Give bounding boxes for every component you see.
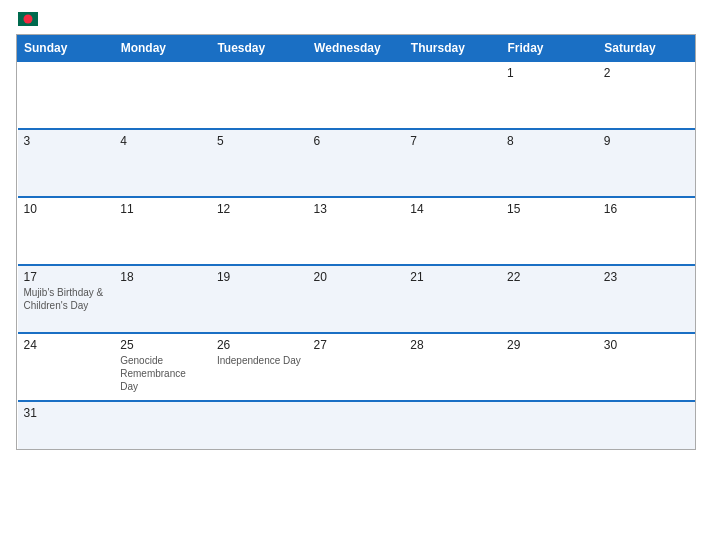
calendar-cell: 1 <box>501 61 598 129</box>
calendar-cell: 9 <box>598 129 695 197</box>
day-number: 21 <box>410 270 495 284</box>
week-row-1: 3456789 <box>18 129 695 197</box>
calendar-cell: 7 <box>404 129 501 197</box>
day-number: 29 <box>507 338 592 352</box>
day-number: 27 <box>314 338 399 352</box>
event-label: Mujib's Birthday & Children's Day <box>24 286 109 312</box>
day-number: 11 <box>120 202 205 216</box>
calendar-cell <box>598 401 695 449</box>
day-number: 25 <box>120 338 205 352</box>
calendar-cell: 3 <box>18 129 115 197</box>
calendar-cell: 30 <box>598 333 695 401</box>
day-number: 19 <box>217 270 302 284</box>
week-row-5: 31 <box>18 401 695 449</box>
calendar-cell: 25Genocide Remembrance Day <box>114 333 211 401</box>
calendar-cell: 5 <box>211 129 308 197</box>
calendar-cell <box>211 61 308 129</box>
calendar-cell: 13 <box>308 197 405 265</box>
day-header-tuesday: Tuesday <box>211 36 308 62</box>
calendar-cell: 12 <box>211 197 308 265</box>
day-number: 7 <box>410 134 495 148</box>
logo-flag-icon <box>18 12 38 26</box>
calendar-cell <box>404 61 501 129</box>
calendar-cell <box>308 61 405 129</box>
calendar-cell: 14 <box>404 197 501 265</box>
day-number: 10 <box>24 202 109 216</box>
calendar-cell <box>114 401 211 449</box>
day-number: 13 <box>314 202 399 216</box>
calendar-cell: 2 <box>598 61 695 129</box>
calendar-page: SundayMondayTuesdayWednesdayThursdayFrid… <box>0 0 712 550</box>
calendar-cell: 18 <box>114 265 211 333</box>
calendar-cell: 31 <box>18 401 115 449</box>
day-number: 23 <box>604 270 689 284</box>
day-number: 16 <box>604 202 689 216</box>
calendar-cell: 24 <box>18 333 115 401</box>
week-row-4: 2425Genocide Remembrance Day26Independen… <box>18 333 695 401</box>
calendar-cell <box>501 401 598 449</box>
day-number: 5 <box>217 134 302 148</box>
calendar-cell: 21 <box>404 265 501 333</box>
day-number: 4 <box>120 134 205 148</box>
calendar-cell: 15 <box>501 197 598 265</box>
day-number: 12 <box>217 202 302 216</box>
calendar-cell: 19 <box>211 265 308 333</box>
day-number: 30 <box>604 338 689 352</box>
calendar-cell <box>211 401 308 449</box>
calendar-cell: 20 <box>308 265 405 333</box>
day-number: 22 <box>507 270 592 284</box>
day-number: 3 <box>24 134 109 148</box>
svg-point-1 <box>24 15 33 24</box>
day-number: 28 <box>410 338 495 352</box>
calendar-cell: 28 <box>404 333 501 401</box>
calendar-cell: 6 <box>308 129 405 197</box>
day-number: 20 <box>314 270 399 284</box>
day-header-thursday: Thursday <box>404 36 501 62</box>
logo <box>16 12 38 26</box>
calendar-cell <box>308 401 405 449</box>
event-label: Genocide Remembrance Day <box>120 354 205 393</box>
day-number: 8 <box>507 134 592 148</box>
calendar-cell: 22 <box>501 265 598 333</box>
day-header-wednesday: Wednesday <box>308 36 405 62</box>
calendar-cell: 17Mujib's Birthday & Children's Day <box>18 265 115 333</box>
calendar-cell: 4 <box>114 129 211 197</box>
calendar-cell: 27 <box>308 333 405 401</box>
day-number: 9 <box>604 134 689 148</box>
calendar-cell <box>404 401 501 449</box>
day-number: 1 <box>507 66 592 80</box>
week-row-2: 10111213141516 <box>18 197 695 265</box>
day-number: 18 <box>120 270 205 284</box>
calendar-table: SundayMondayTuesdayWednesdayThursdayFrid… <box>17 35 695 449</box>
day-number: 14 <box>410 202 495 216</box>
day-header-friday: Friday <box>501 36 598 62</box>
calendar-cell: 26Independence Day <box>211 333 308 401</box>
day-number: 24 <box>24 338 109 352</box>
day-number: 26 <box>217 338 302 352</box>
calendar-cell: 29 <box>501 333 598 401</box>
day-header-monday: Monday <box>114 36 211 62</box>
calendar-container: SundayMondayTuesdayWednesdayThursdayFrid… <box>16 34 696 450</box>
event-label: Independence Day <box>217 354 302 367</box>
day-number: 31 <box>24 406 109 420</box>
calendar-cell: 11 <box>114 197 211 265</box>
week-row-3: 17Mujib's Birthday & Children's Day18192… <box>18 265 695 333</box>
calendar-cell <box>114 61 211 129</box>
week-row-0: 12 <box>18 61 695 129</box>
day-header-saturday: Saturday <box>598 36 695 62</box>
calendar-cell: 10 <box>18 197 115 265</box>
day-number: 15 <box>507 202 592 216</box>
calendar-cell: 23 <box>598 265 695 333</box>
calendar-cell <box>18 61 115 129</box>
calendar-cell: 8 <box>501 129 598 197</box>
day-number: 6 <box>314 134 399 148</box>
day-header-sunday: Sunday <box>18 36 115 62</box>
day-number: 17 <box>24 270 109 284</box>
calendar-cell: 16 <box>598 197 695 265</box>
header <box>16 12 696 26</box>
day-number: 2 <box>604 66 689 80</box>
day-header-row: SundayMondayTuesdayWednesdayThursdayFrid… <box>18 36 695 62</box>
